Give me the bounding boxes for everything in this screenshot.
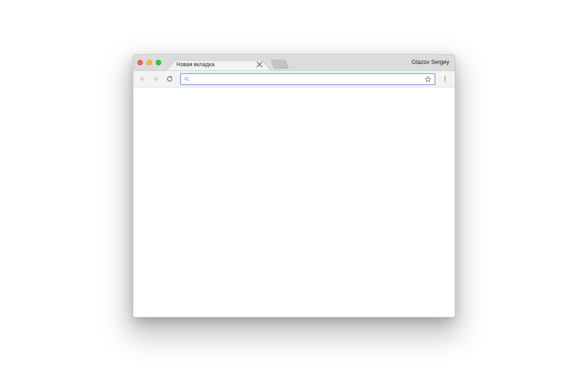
arrow-left-icon — [138, 75, 146, 83]
close-icon — [256, 61, 263, 68]
window-zoom-button[interactable] — [156, 60, 161, 65]
search-icon — [184, 76, 190, 82]
svg-point-4 — [445, 76, 446, 77]
page-viewport — [133, 87, 455, 317]
toolbar — [133, 71, 455, 87]
window-controls — [137, 60, 161, 65]
svg-line-3 — [187, 80, 189, 81]
arrow-right-icon — [152, 75, 160, 83]
address-bar[interactable] — [180, 73, 435, 85]
browser-window: Новая вкладка Glazov Sergey — [133, 54, 455, 317]
tab-content: Новая вкладка — [166, 58, 271, 70]
tab-close-button[interactable] — [256, 61, 263, 68]
svg-point-6 — [445, 80, 446, 81]
profile-button[interactable]: Glazov Sergey — [412, 59, 449, 65]
tab-strip: Новая вкладка Glazov Sergey — [133, 55, 455, 71]
address-input[interactable] — [190, 75, 424, 82]
window-minimize-button[interactable] — [147, 60, 152, 65]
menu-button[interactable] — [439, 73, 451, 85]
tab-active[interactable]: Новая вкладка — [166, 58, 271, 70]
back-button[interactable] — [136, 73, 148, 85]
bookmark-star-icon[interactable] — [424, 75, 432, 83]
tab-title: Новая вкладка — [176, 61, 254, 68]
new-tab-button[interactable] — [271, 60, 289, 69]
window-close-button[interactable] — [137, 60, 143, 65]
reload-button[interactable] — [164, 73, 175, 85]
svg-point-5 — [445, 78, 446, 79]
reload-icon — [166, 75, 174, 83]
more-vertical-icon — [441, 75, 449, 83]
forward-button[interactable] — [150, 73, 162, 85]
